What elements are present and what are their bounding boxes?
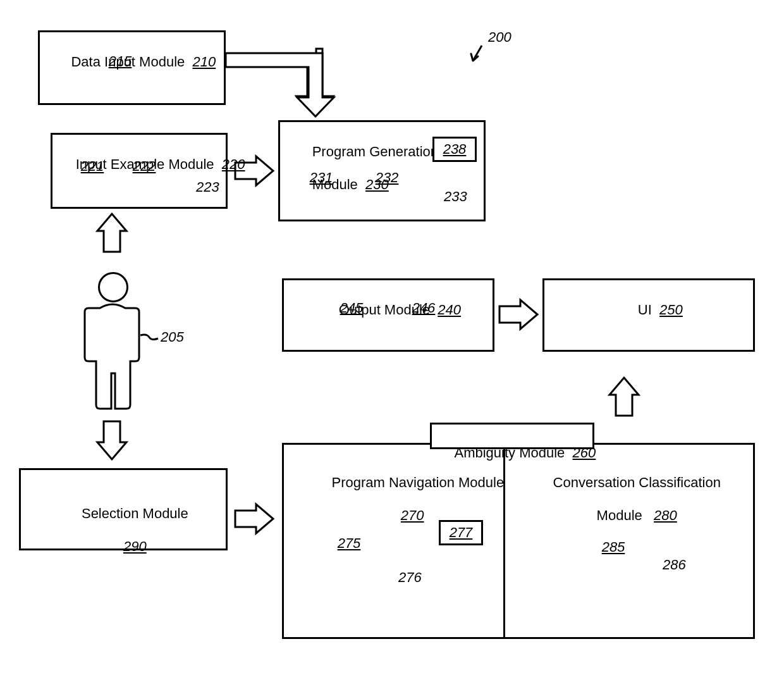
- sub-275: 275: [321, 535, 377, 550]
- ref: 280: [654, 507, 677, 523]
- module-output-title: Output Module 240: [284, 285, 493, 335]
- ell-223: 223: [196, 179, 219, 195]
- arrow-user-to-selection: [97, 421, 126, 459]
- label: Selection Module: [82, 505, 188, 521]
- arrow-user-to-inputex: [97, 214, 126, 252]
- ref: 290: [123, 538, 147, 554]
- arrow-ambiguity-to-ui: [609, 378, 639, 416]
- ell-233: 233: [444, 189, 467, 205]
- module-ui: UI 250: [542, 278, 755, 352]
- ref: 220: [222, 156, 245, 172]
- label: Ambiguity Module: [454, 445, 565, 461]
- module-output: Output Module 240: [282, 278, 494, 352]
- label-line1: Program Generation: [312, 144, 438, 159]
- user-ref: 205: [161, 329, 184, 345]
- sub-238: 238: [434, 141, 475, 158]
- sub-231: 231: [296, 170, 346, 195]
- sub-215: 215: [95, 53, 145, 78]
- ref: 250: [659, 302, 683, 318]
- arrow-output-to-ui: [499, 300, 537, 329]
- ref: 270: [401, 507, 424, 523]
- sub-285: 285: [588, 539, 639, 564]
- module-ambiguity-title: Ambiguity Module 260: [432, 428, 592, 478]
- sub-221: 221: [67, 158, 118, 183]
- arrow-selection-to-ambiguity: [235, 504, 273, 533]
- figure-ref: 200: [488, 29, 511, 46]
- sub-222: 222: [124, 158, 164, 183]
- sub-238-box: 238: [432, 137, 477, 162]
- module-selection-title: Selection Module 290: [21, 489, 226, 571]
- sub-232: 232: [362, 170, 412, 195]
- sub-246: 246: [398, 300, 449, 325]
- ell-286: 286: [663, 557, 686, 573]
- arrow-data-to-proggen2: [226, 53, 334, 116]
- label-line2: Module: [597, 507, 642, 523]
- figure-ref-pointer: [471, 46, 482, 61]
- module-selection: Selection Module 290: [19, 468, 228, 550]
- sub-245: 245: [326, 300, 377, 325]
- sub-277: 277: [441, 524, 481, 541]
- module-prog-gen-title: Program Generation Module 230: [289, 127, 438, 209]
- sub-277-box: 277: [439, 520, 483, 545]
- label: UI: [638, 302, 652, 318]
- sub-276: 276: [398, 569, 422, 586]
- user-ref-pointer: [140, 335, 158, 340]
- person-body-icon: [85, 304, 139, 409]
- module-ambiguity-tab: Ambiguity Module 260: [430, 423, 594, 449]
- ref: 210: [192, 54, 216, 70]
- module-ui-title: UI 250: [544, 285, 753, 335]
- ref: 260: [573, 445, 596, 461]
- person-head-icon: [98, 272, 128, 302]
